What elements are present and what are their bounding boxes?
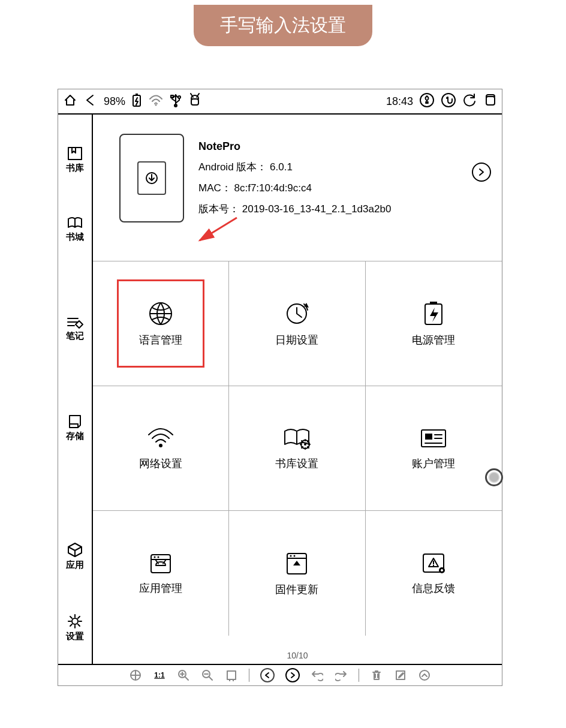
globe-icon bbox=[147, 300, 174, 327]
svg-point-29 bbox=[162, 563, 164, 564]
grid-cell-firmware[interactable]: 固件更新 bbox=[229, 511, 365, 636]
edit-icon[interactable] bbox=[394, 669, 407, 682]
clock-time: 18:43 bbox=[386, 95, 413, 108]
grid-label: 语言管理 bbox=[139, 333, 182, 347]
android-version-row: Android 版本： 6.0.1 bbox=[198, 160, 391, 174]
frontlight-icon[interactable] bbox=[419, 92, 435, 110]
svg-point-5 bbox=[178, 96, 180, 98]
svg-point-20 bbox=[159, 444, 162, 447]
svg-point-35 bbox=[433, 565, 434, 566]
grid-cell-apps-manage[interactable]: 应用管理 bbox=[93, 511, 229, 636]
device-thumbnail bbox=[119, 134, 184, 222]
svg-rect-11 bbox=[486, 97, 495, 105]
svg-point-13 bbox=[72, 618, 78, 624]
grid-label: 账户管理 bbox=[412, 456, 455, 471]
sidebar-item-apps[interactable]: 应用 bbox=[66, 542, 84, 571]
account-icon bbox=[419, 426, 448, 450]
undo-icon[interactable] bbox=[311, 669, 324, 682]
battery-percent: 98% bbox=[104, 95, 125, 108]
apps-icon bbox=[67, 542, 83, 558]
svg-point-32 bbox=[294, 555, 296, 557]
page-indicator: 10/10 bbox=[287, 651, 308, 660]
sidebar-item-storage[interactable]: 存储 bbox=[66, 414, 84, 442]
svg-rect-19 bbox=[430, 302, 437, 304]
home-icon[interactable] bbox=[63, 93, 77, 110]
sidebar-item-notes[interactable]: 笔记 bbox=[66, 315, 84, 342]
float-ball[interactable] bbox=[485, 468, 503, 486]
page-title-text: 手写输入法设置 bbox=[220, 15, 346, 35]
grid-label: 电源管理 bbox=[412, 333, 455, 347]
sidebar-item-label: 书城 bbox=[66, 231, 84, 243]
grid-label: 应用管理 bbox=[139, 581, 182, 595]
sidebar-item-store[interactable]: 书城 bbox=[66, 216, 84, 243]
fit-11-icon[interactable]: 1:1 bbox=[153, 669, 166, 682]
grid-cell-feedback[interactable]: 信息反馈 bbox=[366, 511, 502, 636]
sidebar-item-library[interactable]: 书库 bbox=[66, 146, 84, 174]
svg-point-22 bbox=[304, 443, 306, 446]
prev-page-icon[interactable] bbox=[260, 668, 275, 682]
grid-cell-date[interactable]: 日期设置 bbox=[229, 261, 365, 386]
settings-grid: 语言管理 日期设置 电源管理 网络设置 书库设置 bbox=[93, 261, 502, 636]
svg-point-42 bbox=[420, 670, 429, 680]
sidebar-item-settings[interactable]: 设置 bbox=[66, 613, 84, 642]
redo-icon[interactable] bbox=[335, 669, 348, 682]
grid-cell-library-settings[interactable]: 书库设置 bbox=[229, 386, 365, 511]
status-bar: 98% 18:43 bbox=[58, 89, 502, 115]
svg-rect-1 bbox=[136, 94, 138, 95]
battery-icon bbox=[131, 93, 142, 110]
mac-row: MAC： 8c:f7:10:4d:9c:c4 bbox=[198, 181, 391, 195]
svg-rect-24 bbox=[425, 434, 432, 440]
zoom-out-icon[interactable] bbox=[201, 669, 214, 682]
svg-point-7 bbox=[196, 97, 197, 98]
sidebar-item-label: 应用 bbox=[66, 559, 84, 571]
chevron-right-icon[interactable] bbox=[472, 163, 491, 182]
apps-manage-icon bbox=[147, 551, 174, 575]
grid-label: 信息反馈 bbox=[412, 581, 455, 595]
wifi-icon bbox=[146, 426, 175, 450]
svg-point-31 bbox=[290, 555, 292, 557]
device-info-card[interactable]: NotePro Android 版本： 6.0.1 MAC： 8c:f7:10:… bbox=[93, 115, 502, 230]
gear-icon bbox=[67, 613, 83, 630]
wifi-off-icon[interactable] bbox=[148, 94, 164, 109]
grid-cell-power[interactable]: 电源管理 bbox=[366, 261, 502, 386]
refresh-icon[interactable] bbox=[462, 93, 477, 110]
grid-cell-language[interactable]: 语言管理 bbox=[93, 261, 229, 386]
build-row: 版本号： 2019-03-16_13-41_2.1_1d3a2b0 bbox=[198, 202, 391, 216]
svg-rect-8 bbox=[191, 99, 198, 105]
sidebar-item-label: 书库 bbox=[66, 163, 84, 174]
back-icon[interactable] bbox=[83, 93, 98, 110]
feedback-icon bbox=[420, 551, 447, 575]
library-icon bbox=[67, 146, 83, 161]
download-icon bbox=[144, 171, 159, 185]
clock-icon bbox=[284, 300, 310, 327]
zoom-in-icon[interactable] bbox=[177, 669, 190, 682]
collapse-icon[interactable] bbox=[418, 669, 431, 682]
touch-icon[interactable] bbox=[441, 92, 456, 110]
notes-icon bbox=[66, 315, 84, 329]
next-page-icon[interactable] bbox=[285, 668, 300, 682]
svg-rect-40 bbox=[227, 671, 236, 679]
reader-toolbar: 1:1 bbox=[58, 664, 502, 685]
crop-icon[interactable] bbox=[225, 669, 238, 682]
grid-label: 日期设置 bbox=[275, 333, 318, 347]
layout-icon[interactable] bbox=[129, 669, 142, 682]
device-name: NotePro bbox=[198, 140, 391, 153]
svg-point-6 bbox=[192, 97, 194, 98]
trash-icon[interactable] bbox=[370, 669, 383, 682]
device-info-lines: NotePro Android 版本： 6.0.1 MAC： 8c:f7:10:… bbox=[198, 140, 391, 216]
storage-icon bbox=[67, 414, 83, 429]
svg-point-26 bbox=[154, 556, 156, 558]
main-panel: NotePro Android 版本： 6.0.1 MAC： 8c:f7:10:… bbox=[93, 115, 502, 664]
grid-cell-account[interactable]: 账户管理 bbox=[366, 386, 502, 511]
usb-icon bbox=[170, 93, 182, 110]
sidebar: 书库 书城 笔记 存储 应用 设置 bbox=[58, 115, 93, 664]
sidebar-item-label: 设置 bbox=[66, 631, 84, 642]
store-icon bbox=[67, 216, 83, 230]
device-frame: 98% 18:43 书库 bbox=[58, 89, 502, 686]
grid-cell-network[interactable]: 网络设置 bbox=[93, 386, 229, 511]
svg-point-2 bbox=[155, 104, 157, 106]
multitask-icon[interactable] bbox=[483, 93, 497, 110]
android-icon bbox=[188, 93, 202, 110]
sidebar-item-label: 笔记 bbox=[66, 330, 84, 342]
grid-label: 网络设置 bbox=[139, 456, 182, 471]
